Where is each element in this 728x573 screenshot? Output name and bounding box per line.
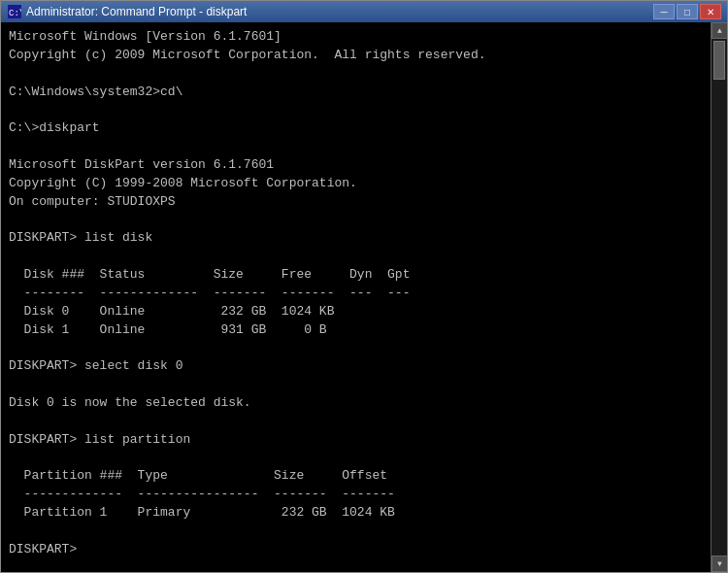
scroll-down-button[interactable]: ▼: [711, 556, 727, 572]
cmd-window: C:\ Administrator: Command Prompt - disk…: [0, 0, 728, 573]
terminal-area[interactable]: Microsoft Windows [Version 6.1.7601] Cop…: [1, 22, 727, 572]
minimize-button[interactable]: ─: [653, 4, 675, 19]
title-bar: C:\ Administrator: Command Prompt - disk…: [1, 1, 727, 22]
cmd-icon: C:\: [7, 4, 22, 19]
svg-text:C:\: C:\: [9, 9, 21, 18]
scroll-up-button[interactable]: ▲: [711, 22, 727, 39]
close-button[interactable]: ✕: [700, 4, 721, 19]
terminal-output: Microsoft Windows [Version 6.1.7601] Cop…: [9, 28, 719, 558]
scroll-track[interactable]: [711, 39, 727, 556]
scrollbar[interactable]: ▲ ▼: [711, 22, 727, 572]
maximize-button[interactable]: □: [677, 4, 698, 19]
scroll-thumb[interactable]: [713, 41, 725, 80]
window-controls: ─ □ ✕: [653, 4, 721, 19]
window-title: Administrator: Command Prompt - diskpart: [26, 5, 653, 18]
